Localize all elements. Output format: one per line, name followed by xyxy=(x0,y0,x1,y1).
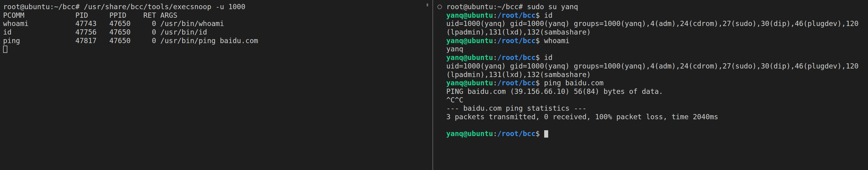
terminal-split-panel: root@ubuntu:~/bcc# /usr/share/bcc/tools/… xyxy=(0,0,868,170)
terminal-text: : xyxy=(493,53,497,61)
scrollbar-thumb[interactable] xyxy=(427,3,428,6)
terminal-line: PING baidu.com (39.156.66.10) 56(84) byt… xyxy=(433,87,868,96)
terminal-line: id 47756 47650 0 /usr/bin/id xyxy=(0,28,432,37)
terminal-text: $ xyxy=(536,130,544,138)
terminal-pane-left[interactable]: root@ubuntu:~/bcc# /usr/share/bcc/tools/… xyxy=(0,0,432,170)
terminal-line: ^C^C xyxy=(433,96,868,104)
prompt-cwd-path: /root/bcc xyxy=(497,130,536,138)
terminal-output-left: root@ubuntu:~/bcc# /usr/share/bcc/tools/… xyxy=(0,0,432,53)
prompt-cwd-path: /root/bcc xyxy=(497,37,536,45)
terminal-text: (lpadmin),131(lxd),132(sambashare) xyxy=(446,71,591,79)
terminal-text: uid=1000(yanq) gid=1000(yanq) groups=100… xyxy=(446,19,859,28)
terminal-text: ping 47817 47650 0 /usr/bin/ping baidu.c… xyxy=(3,37,258,45)
terminal-text: : xyxy=(493,37,497,45)
prompt-user-host: yanq@ubuntu xyxy=(446,53,493,61)
terminal-text: $ id xyxy=(536,11,553,19)
terminal-text: id 47756 47650 0 /usr/bin/id xyxy=(3,28,207,36)
terminal-output-right: root@ubuntu:~/bcc# sudo su yanqyanq@ubun… xyxy=(433,0,868,138)
terminal-pane-right[interactable]: root@ubuntu:~/bcc# sudo su yanqyanq@ubun… xyxy=(433,0,868,170)
terminal-line: yanq@ubuntu:/root/bcc$ ping baidu.com xyxy=(433,79,868,87)
terminal-text: (lpadmin),131(lxd),132(sambashare) xyxy=(446,28,591,36)
terminal-line: (lpadmin),131(lxd),132(sambashare) xyxy=(433,71,868,79)
terminal-line: yanq xyxy=(433,45,868,53)
prompt-cwd-path: /root/bcc xyxy=(497,79,536,87)
terminal-text: : xyxy=(493,130,497,138)
terminal-line: yanq@ubuntu:/root/bcc$ id xyxy=(433,11,868,20)
terminal-line xyxy=(433,121,868,130)
prompt-user-host: yanq@ubuntu xyxy=(446,11,493,19)
terminal-text: root@ubuntu:~/bcc# /usr/share/bcc/tools/… xyxy=(3,3,245,11)
terminal-line: 3 packets transmitted, 0 received, 100% … xyxy=(433,113,868,121)
terminal-text: $ ping baidu.com xyxy=(536,79,604,87)
terminal-text: PING baidu.com (39.156.66.10) 56(84) byt… xyxy=(446,87,663,95)
prompt-cwd-path: /root/bcc xyxy=(497,11,536,19)
terminal-line: PCOMM PID PPID RET ARGS xyxy=(0,11,432,20)
terminal-text: whoami 47743 47650 0 /usr/bin/whoami xyxy=(3,19,224,28)
terminal-line: ping 47817 47650 0 /usr/bin/ping baidu.c… xyxy=(0,37,432,45)
terminal-line: whoami 47743 47650 0 /usr/bin/whoami xyxy=(0,19,432,28)
prompt-user-host: yanq@ubuntu xyxy=(446,37,493,45)
terminal-text: ^C^C xyxy=(446,96,463,104)
terminal-line: yanq@ubuntu:/root/bcc$ xyxy=(433,130,868,138)
terminal-line: --- baidu.com ping statistics --- xyxy=(433,104,868,113)
terminal-text: $ whoami xyxy=(536,37,570,45)
prompt-cwd-path: /root/bcc xyxy=(497,53,536,61)
terminal-cursor-focused xyxy=(544,130,548,138)
prompt-user-host: yanq@ubuntu xyxy=(446,130,493,138)
terminal-line: (lpadmin),131(lxd),132(sambashare) xyxy=(433,28,868,37)
terminal-text: 3 packets transmitted, 0 received, 100% … xyxy=(446,113,718,121)
terminal-text: root@ubuntu:~/bcc# sudo su yanq xyxy=(446,3,578,11)
terminal-line: root@ubuntu:~/bcc# /usr/share/bcc/tools/… xyxy=(0,3,432,11)
terminal-text: yanq xyxy=(446,45,463,53)
terminal-line: root@ubuntu:~/bcc# sudo su yanq xyxy=(433,3,868,11)
terminal-text: PCOMM PID PPID RET ARGS xyxy=(3,11,177,19)
terminal-text: : xyxy=(493,11,497,19)
terminal-text: : xyxy=(493,79,497,87)
command-decoration-circle-icon[interactable] xyxy=(437,5,442,9)
terminal-line: yanq@ubuntu:/root/bcc$ whoami xyxy=(433,37,868,45)
prompt-user-host: yanq@ubuntu xyxy=(446,79,493,87)
terminal-line xyxy=(0,45,432,53)
terminal-cursor-unfocused xyxy=(3,46,7,53)
terminal-text: --- baidu.com ping statistics --- xyxy=(446,104,587,112)
terminal-line: yanq@ubuntu:/root/bcc$ id xyxy=(433,53,868,62)
terminal-text: uid=1000(yanq) gid=1000(yanq) groups=100… xyxy=(446,62,859,70)
terminal-line: uid=1000(yanq) gid=1000(yanq) groups=100… xyxy=(433,62,868,71)
terminal-text: $ id xyxy=(536,53,553,61)
terminal-line: uid=1000(yanq) gid=1000(yanq) groups=100… xyxy=(433,19,868,28)
